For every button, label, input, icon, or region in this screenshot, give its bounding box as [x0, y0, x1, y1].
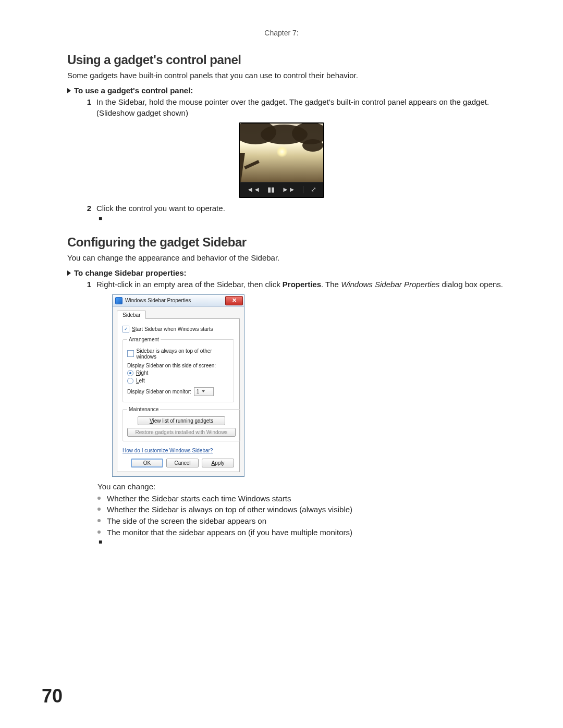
- maintenance-legend: Maintenance: [127, 406, 160, 412]
- side-label: Display Sidebar on this side of screen:: [127, 363, 229, 368]
- radio-left[interactable]: Left: [127, 378, 229, 384]
- slideshow-image: [240, 124, 323, 182]
- dialog-titlebar: Windows Sidebar Properties ✕: [113, 295, 244, 307]
- chapter-header: Chapter 7:: [50, 29, 513, 37]
- restore-gadgets-button[interactable]: Restore gadgets installed with Windows: [127, 428, 236, 437]
- list-item: The side of the screen the sidebar appea…: [97, 515, 513, 527]
- tab-sidebar[interactable]: Sidebar: [117, 311, 146, 319]
- section2-intro: You can change the appearance and behavi…: [67, 253, 513, 263]
- checkbox-icon: ✓: [123, 326, 129, 332]
- subhead-change-properties: To change Sidebar properties:: [67, 268, 513, 277]
- cancel-button[interactable]: Cancel: [166, 459, 199, 467]
- start-with-windows-checkbox[interactable]: ✓ Start Sidebar when Windows starts: [123, 326, 234, 332]
- radio-right[interactable]: Right: [127, 370, 229, 376]
- step-item: 1 In the Sidebar, hold the mouse pointer…: [79, 97, 513, 118]
- page-number: 70: [42, 685, 63, 707]
- monitor-select[interactable]: 1: [194, 387, 214, 396]
- you-can-change-label: You can change:: [97, 482, 513, 491]
- step-item: 2 Click the control you want to operate.: [79, 203, 513, 214]
- subhead-use-gadget: To use a gadget's control panel:: [67, 86, 513, 95]
- section-title-gadget-control: Using a gadget's control panel: [67, 53, 513, 67]
- slideshow-gadget-figure: ◄◄ ▮▮ ►► ⤢: [239, 122, 324, 198]
- apply-button[interactable]: Apply: [202, 459, 234, 467]
- monitor-label: Display Sidebar on monitor:: [127, 389, 191, 394]
- sidebar-properties-dialog: Windows Sidebar Properties ✕ Sidebar ✓ S…: [112, 294, 244, 477]
- monitor-row: Display Sidebar on monitor: 1: [127, 387, 229, 396]
- list-item: Whether the Sidebar starts each time Win…: [97, 493, 513, 504]
- arrow-icon: [67, 88, 71, 93]
- step-number: 2: [79, 203, 96, 214]
- chevron-down-icon: [202, 390, 205, 392]
- end-mark: ■: [99, 538, 513, 546]
- step-text: Click the control you want to operate.: [96, 203, 513, 214]
- step-number: 1: [79, 97, 96, 118]
- subhead-text: To use a gadget's control panel:: [74, 86, 193, 95]
- dialog-app-icon: [115, 297, 123, 304]
- list-item: Whether the Sidebar is always on top of …: [97, 504, 513, 515]
- arrow-icon: [67, 270, 71, 276]
- next-icon[interactable]: ►►: [282, 186, 296, 193]
- step-text: In the Sidebar, hold the mouse pointer o…: [96, 97, 513, 118]
- arrangement-legend: Arrangement: [127, 337, 161, 342]
- section1-intro: Some gadgets have built-in control panel…: [67, 70, 513, 81]
- list-item: The monitor that the sidebar appears on …: [97, 527, 513, 538]
- arrangement-group: Arrangement Sidebar is always on top of …: [123, 337, 234, 402]
- step-number: 1: [79, 279, 96, 290]
- step-text: Right-click in an empty area of the Side…: [96, 279, 513, 290]
- radio-icon: [127, 370, 133, 376]
- section-title-configure-sidebar: Configuring the gadget Sidebar: [67, 235, 513, 250]
- view-icon[interactable]: ⤢: [311, 186, 316, 193]
- step-item: 1 Right-click in an empty area of the Si…: [79, 279, 513, 290]
- radio-icon: [127, 378, 133, 384]
- view-running-gadgets-button[interactable]: View list of running gadgets: [138, 416, 225, 425]
- always-on-top-checkbox[interactable]: Sidebar is always on top of other window…: [127, 348, 229, 360]
- close-icon[interactable]: ✕: [225, 296, 243, 305]
- ok-button[interactable]: OK: [131, 459, 163, 467]
- pause-icon[interactable]: ▮▮: [267, 186, 275, 193]
- end-mark: ■: [99, 215, 513, 222]
- prev-icon[interactable]: ◄◄: [247, 186, 260, 193]
- maintenance-group: Maintenance View list of running gadgets…: [123, 406, 240, 441]
- separator: [303, 186, 303, 193]
- subhead-text: To change Sidebar properties:: [74, 268, 187, 277]
- help-link[interactable]: How do I customize Windows Sidebar?: [123, 448, 213, 453]
- slideshow-controlbar: ◄◄ ▮▮ ►► ⤢: [240, 182, 323, 197]
- dialog-title: Windows Sidebar Properties: [125, 298, 225, 303]
- checkbox-icon: [127, 350, 134, 357]
